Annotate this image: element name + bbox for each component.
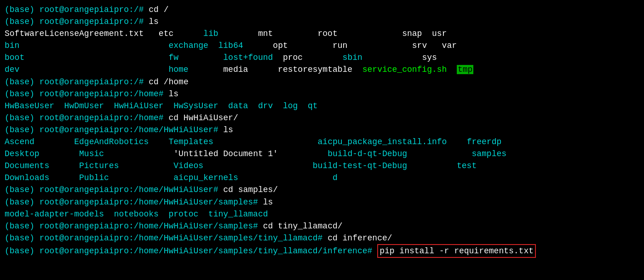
- command: cd tiny_llamacd/: [263, 222, 343, 231]
- output-text: exchange: [168, 41, 208, 50]
- output-text: [24, 53, 168, 62]
- output-text: 'Untitled Document 1': [173, 149, 278, 158]
- output-text: sbin: [343, 53, 362, 62]
- prompt: (base) root@orangepiaipro:/home#: [5, 89, 168, 99]
- output-text: build-test-qt-Debug: [313, 161, 407, 170]
- output-text: [49, 173, 79, 182]
- output-text: fw: [168, 53, 178, 62]
- output-text: Pictures: [79, 161, 119, 170]
- prompt: (base) root@orangepiaipro:/#: [5, 77, 149, 87]
- terminal-line: Desktop Music 'Untitled Document 1' buil…: [5, 148, 639, 160]
- output-text: samples: [472, 149, 506, 158]
- output-text: EdgeAndRobotics: [74, 137, 149, 146]
- output-text: [407, 149, 472, 158]
- command: cd /: [149, 5, 168, 14]
- output-text: sys: [362, 53, 437, 62]
- terminal-line: (base) root@orangepiaipro:/# ls: [5, 16, 639, 28]
- prompt: (base) root@orangepiaipro:/#: [5, 5, 149, 14]
- terminal-line: HwBaseUser HwDmUser HwHiAiUser HwSysUser…: [5, 100, 639, 112]
- output-text: [104, 149, 173, 158]
- output-text: Downloads: [5, 173, 49, 182]
- output-text: lost+found: [223, 53, 273, 62]
- prompt: (base) root@orangepiaipro:/home/HwHiAiUs…: [5, 185, 223, 194]
- output-text: boot: [5, 53, 24, 62]
- output-text: [119, 161, 173, 170]
- output-text: proc: [273, 53, 342, 62]
- terminal-line: bin exchange lib64 opt run srv var: [5, 40, 639, 52]
- output-text: media restoresymtable: [189, 65, 362, 74]
- command: ls: [263, 198, 273, 207]
- prompt: (base) root@orangepiaipro:/home/HwHiAiUs…: [5, 198, 263, 207]
- output-text: [49, 161, 79, 170]
- prompt: (base) root@orangepiaipro:/home#: [5, 113, 168, 122]
- prompt: (base) root@orangepiaipro:/home/HwHiAiUs…: [5, 233, 328, 243]
- output-text: [19, 65, 168, 74]
- output-text: model-adapter-models notebooks protoc ti…: [5, 210, 268, 219]
- output-text: [203, 161, 313, 170]
- output-text: Videos: [173, 161, 203, 170]
- output-text: [208, 41, 218, 50]
- output-text: [278, 149, 328, 158]
- terminal-line: (base) root@orangepiaipro:/home# ls: [5, 88, 639, 100]
- output-text: Desktop: [5, 149, 40, 158]
- output-text: Documents: [5, 161, 49, 170]
- output-text: d: [333, 173, 338, 182]
- output-text: tmp: [457, 65, 473, 74]
- command: ls: [168, 89, 178, 99]
- command: cd HwHiAiUser/: [168, 113, 238, 122]
- terminal-line: (base) root@orangepiaipro:/# cd /home: [5, 76, 639, 88]
- command: ls: [223, 125, 233, 134]
- prompt: (base) root@orangepiaipro:/home/HwHiAiUs…: [5, 125, 223, 134]
- prompt: (base) root@orangepiaipro:/#: [5, 17, 149, 26]
- terminal-line: (base) root@orangepiaipro:/home# cd HwHi…: [5, 112, 639, 124]
- terminal-line: SoftwareLicenseAgreement.txt etc lib mnt…: [5, 28, 639, 40]
- output-text: [238, 173, 333, 182]
- output-text: SoftwareLicenseAgreement.txt etc: [5, 29, 203, 38]
- terminal-line: Downloads Public aicpu_kernels d: [5, 172, 639, 184]
- output-text: [447, 137, 466, 146]
- output-text: HwBaseUser HwDmUser HwHiAiUser HwSysUser…: [5, 101, 318, 111]
- terminal-line: model-adapter-models notebooks protoc ti…: [5, 208, 639, 220]
- output-text: [40, 149, 79, 158]
- output-text: build-d-qt-Debug: [328, 149, 407, 158]
- prompt: (base) root@orangepiaipro:/home/HwHiAiUs…: [5, 222, 263, 231]
- output-text: bin: [5, 41, 19, 50]
- terminal-line: (base) root@orangepiaipro:/home/HwHiAiUs…: [5, 220, 639, 232]
- output-text: [178, 53, 223, 62]
- output-text: mnt root snap usr: [218, 29, 447, 38]
- output-text: Music: [79, 149, 104, 158]
- output-text: dev: [5, 65, 19, 74]
- command: cd /home: [149, 77, 188, 87]
- output-text: [34, 137, 74, 146]
- output-text: [447, 65, 457, 74]
- command: cd samples/: [223, 185, 278, 194]
- terminal-line-last: (base) root@orangepiaipro:/home/HwHiAiUs…: [5, 244, 639, 258]
- terminal-line: (base) root@orangepiaipro:/home/HwHiAiUs…: [5, 232, 639, 244]
- output-text: lib: [203, 29, 218, 38]
- output-text: aicpu_package_install.info: [318, 137, 447, 146]
- output-text: opt run srv var: [243, 41, 457, 50]
- output-text: aicpu_kernels: [173, 173, 238, 182]
- terminal-line: (base) root@orangepiaipro:/home/HwHiAiUs…: [5, 124, 639, 136]
- command: ls: [149, 17, 159, 26]
- prompt: (base) root@orangepiaipro:/home/HwHiAiUs…: [5, 246, 377, 256]
- output-text: freerdp: [467, 137, 502, 146]
- output-text: [19, 41, 168, 50]
- terminal-line: (base) root@orangepiaipro:/home/HwHiAiUs…: [5, 196, 639, 208]
- output-text: Public: [79, 173, 109, 182]
- output-text: home: [168, 65, 188, 74]
- output-text: lib64: [218, 41, 243, 50]
- output-text: Ascend: [5, 137, 34, 146]
- command: cd inference/: [328, 233, 392, 243]
- output-text: Templates: [168, 137, 213, 146]
- terminal-line: Documents Pictures Videos build-test-qt-…: [5, 160, 639, 172]
- output-text: [407, 161, 457, 170]
- terminal-line: (base) root@orangepiaipro:/home/HwHiAiUs…: [5, 184, 639, 196]
- terminal-line: boot fw lost+found proc sbin sys: [5, 52, 639, 64]
- output-text: [213, 137, 318, 146]
- terminal-line: (base) root@orangepiaipro:/# cd /: [5, 4, 639, 16]
- terminal-line: Ascend EdgeAndRobotics Templates aicpu_p…: [5, 136, 639, 148]
- terminal-line: dev home media restoresymtable service_c…: [5, 64, 639, 76]
- output-text: service_config.sh: [362, 65, 447, 74]
- output-text: test: [457, 161, 477, 170]
